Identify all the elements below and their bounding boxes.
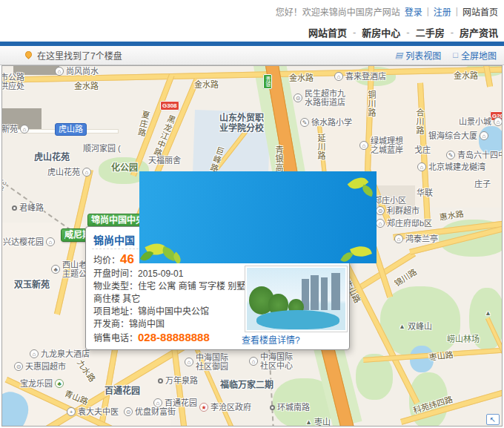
- results-count-text: 在这里找到了7个楼盘: [37, 49, 122, 62]
- developer-row: 开发商：锦尚中国: [93, 318, 246, 331]
- home-link[interactable]: 网站首页: [462, 5, 498, 18]
- poi-label: 供应处: [0, 82, 24, 90]
- poi-label: ⌂郑庄府邸b区: [376, 219, 432, 228]
- road-point-icon: [12, 205, 17, 211]
- poi-label: ⌂中海国际社区中心: [249, 352, 293, 370]
- school-label: 业学院分校: [219, 124, 264, 133]
- map-overview-control[interactable]: ↖: [486, 414, 500, 425]
- photo-building: [311, 275, 319, 310]
- mountain-icon: ▲: [399, 322, 405, 331]
- building-icon: ⌂: [249, 357, 258, 366]
- divider: |: [427, 6, 429, 16]
- main-nav: 网站首页-新房中心-二手房-房产资讯: [0, 22, 504, 42]
- phone-row: 销售电话：028-88888888: [93, 331, 246, 345]
- building-icon: ⌂: [185, 358, 193, 366]
- property-type-row: 物业类型：住宅 公寓 商铺 写字楼 别墅 商住楼 其它: [93, 280, 246, 306]
- metro-label: 3号线(在建): [0, 178, 9, 222]
- building-icon: ⌂: [394, 234, 403, 243]
- market-icon: ⊙: [376, 206, 385, 215]
- poi-label: 山景小城⌂: [459, 117, 503, 126]
- property-thumbnail[interactable]: [245, 266, 348, 332]
- building-icon: ⌂: [376, 219, 385, 228]
- pin-icon: [24, 50, 33, 59]
- school-label: 山东外贸职: [219, 113, 264, 122]
- poi-label: 兴达樱花园⌂: [3, 237, 55, 246]
- poi-label: 庄子: [474, 180, 491, 188]
- poi-label: ⌂绿城理想之城蓝岸: [359, 136, 403, 154]
- hotel-icon: ⌂: [30, 349, 39, 358]
- building-icon: ⌂: [55, 67, 64, 76]
- building-icon: ⌂: [82, 168, 91, 177]
- list-view-icon: ▤: [395, 51, 402, 59]
- road-label: 金水路: [454, 71, 478, 80]
- forest-label: 崂山林场: [447, 335, 480, 343]
- nav-item-newhouse[interactable]: 新房中心: [362, 25, 400, 39]
- road-label: 金水路: [194, 80, 219, 89]
- photo-building: [321, 277, 328, 310]
- road-point-icon: [270, 405, 275, 410]
- building-icon: ⌂: [46, 237, 55, 246]
- area-label: 百通花园: [105, 386, 140, 395]
- nav-item-news[interactable]: 房产资讯: [460, 25, 498, 39]
- expressway-shield: 青银: [263, 74, 272, 89]
- poi-label: 虎山花苑⌂: [47, 168, 91, 177]
- login-link[interactable]: 登录: [405, 5, 422, 18]
- poi-label: ⌂百通花园: [153, 398, 197, 407]
- view-details-link[interactable]: 查看楼盘详情?: [242, 333, 300, 346]
- building-icon: ⌂: [20, 125, 29, 134]
- school-icon: ✎: [446, 151, 455, 159]
- star-icon: ★: [199, 403, 208, 412]
- hospital-label: +袁大夫中医: [67, 407, 119, 416]
- building-icon: ⌂: [153, 398, 162, 407]
- open-date-row: 开盘时间：2015-09-01: [93, 268, 246, 280]
- road-point-label: 环城南路: [270, 403, 310, 412]
- price-row: 均价：46: [93, 253, 134, 267]
- road-label: 金水路: [74, 82, 99, 90]
- building-icon: ⌂: [359, 141, 368, 150]
- poi-label: 宝龙乐园♣: [20, 379, 64, 388]
- park-icon: ♣: [51, 265, 60, 274]
- address-row: 项目地址：锦尚中国中央公馆: [93, 306, 246, 318]
- nav-item-home[interactable]: 网站首页: [308, 25, 347, 39]
- phone-number: 028-88888888: [138, 331, 210, 343]
- nav-separator: -: [353, 27, 356, 38]
- road-label: 铜川路: [367, 90, 376, 117]
- market-icon: ⊙: [124, 407, 133, 416]
- register-link[interactable]: 注册: [434, 5, 451, 18]
- photo-lake: [256, 310, 339, 329]
- poi-label: ⌂中海国际社区御园: [185, 353, 228, 371]
- road-label: 延川路: [316, 134, 325, 160]
- poi-label: ⊙民生超市九水路街道店: [294, 89, 345, 107]
- area-label: 福临万家二期: [220, 381, 273, 389]
- school-icon: ✎: [300, 118, 309, 127]
- area-label: 双玉新苑: [14, 280, 50, 289]
- government-label: ★李沧区政府: [199, 403, 251, 412]
- road-point-label: 君峰路: [12, 203, 44, 212]
- market-icon: ⊙: [14, 362, 23, 371]
- list-view-button[interactable]: ▤列表视图: [395, 49, 441, 62]
- nav-item-secondhand[interactable]: 二手房: [416, 25, 445, 39]
- poi-label: 华联: [417, 188, 433, 197]
- greeting-text: 您好！欢迎来锦尚中国房产网站: [276, 5, 400, 18]
- photo-building: [331, 273, 340, 310]
- cross-icon: +: [67, 407, 76, 416]
- market-icon: ⊙: [294, 93, 302, 102]
- ad-banner[interactable]: [139, 171, 377, 263]
- poi-label: ✎青岛六十四中: [446, 151, 504, 159]
- poi-label: ⌂尚风尚水: [55, 67, 99, 76]
- divider: |: [456, 6, 458, 16]
- poi-label: 天福丽舍: [148, 156, 181, 165]
- fullscreen-map-button[interactable]: □全屏地图: [453, 49, 497, 62]
- building-icon: ⌂: [494, 117, 503, 126]
- road-shield: G308: [160, 101, 179, 111]
- leaf-decoration: [360, 185, 374, 197]
- road-point-label: 万年泉路: [158, 376, 198, 385]
- property-photo: [247, 268, 345, 330]
- poi-label: ⊙优盘财富街: [124, 407, 176, 416]
- poi-label: ⊙利群超市: [376, 206, 420, 215]
- road-label: 合川路: [415, 108, 424, 135]
- property-fields: 开盘时间：2015-09-01 物业类型：住宅 公寓 商铺 写字楼 别墅 商住楼…: [93, 268, 246, 345]
- poi-label: ⌂喜来登酒店: [334, 72, 386, 81]
- road-label: 枣山路: [428, 350, 454, 362]
- road-label: 金水路: [289, 73, 314, 82]
